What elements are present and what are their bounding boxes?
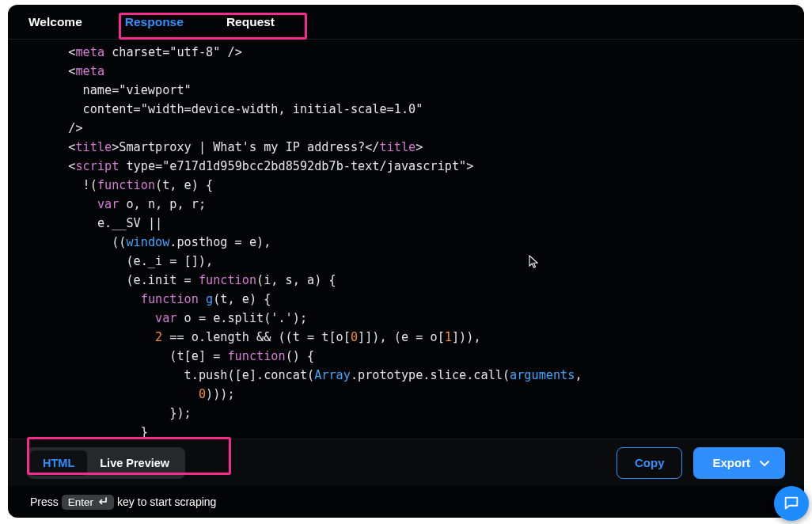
export-button-label: Export (712, 456, 750, 469)
chat-launcher[interactable] (774, 486, 809, 521)
tab-response[interactable]: Response (125, 5, 184, 40)
copy-button[interactable]: Copy (617, 447, 683, 479)
chat-icon (783, 495, 800, 512)
view-mode-html[interactable]: HTML (30, 450, 87, 476)
code-viewer: <meta charset="utf-8" /> <meta name="vie… (8, 40, 804, 439)
code-content: <meta charset="utf-8" /> <meta name="vie… (54, 43, 804, 439)
enter-keycap: Enter (62, 495, 114, 510)
hint-press: Press (30, 496, 59, 508)
enter-key-label: Enter (68, 496, 93, 508)
chevron-down-icon (758, 457, 771, 469)
view-mode-segment: HTML Live Preview (27, 447, 185, 479)
view-mode-live-preview[interactable]: Live Preview (87, 450, 182, 476)
tab-request[interactable]: Request (226, 5, 275, 40)
tab-welcome[interactable]: Welcome (28, 5, 82, 40)
hint-rest: key to start scraping (117, 496, 216, 508)
hint-bar: Press Enter key to start scraping (8, 486, 804, 518)
export-button[interactable]: Export (693, 447, 785, 479)
enter-arrow-icon (97, 497, 108, 507)
app-frame: Welcome Response Request <meta charset="… (8, 5, 804, 518)
tab-bar: Welcome Response Request (8, 5, 804, 40)
footer-toolbar: HTML Live Preview Copy Export (8, 439, 804, 486)
